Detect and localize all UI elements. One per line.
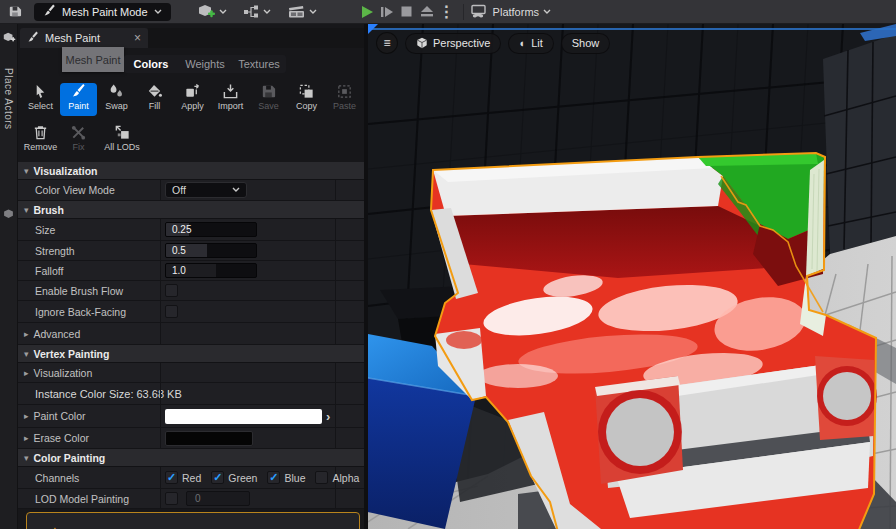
chevron-down-icon[interactable] bbox=[543, 9, 551, 15]
mesh-paint-brush-icon bbox=[43, 4, 56, 19]
fill-tool-button[interactable]: Fill bbox=[136, 83, 173, 116]
row-erase-color: ▸Erase Color bbox=[18, 428, 368, 449]
save-tool-button[interactable]: Save bbox=[250, 83, 287, 116]
tab-weights[interactable]: Weights bbox=[178, 58, 232, 70]
blueprints-button[interactable] bbox=[243, 4, 260, 19]
viewport-scene bbox=[368, 24, 896, 529]
chevron-down-icon bbox=[154, 9, 162, 15]
import-tool-button[interactable]: Import bbox=[212, 83, 249, 116]
level-viewport[interactable]: ≡ Perspective ◐ Lit Show bbox=[368, 24, 896, 529]
row-brush-strength: Strength 0.5 bbox=[18, 241, 368, 261]
row-lod-model-painting: LOD Model Painting 0 bbox=[18, 489, 368, 509]
save-all-icon[interactable] bbox=[7, 4, 22, 19]
brush-falloff-input[interactable]: 1.0 bbox=[165, 263, 257, 278]
paint-tool-button[interactable]: Paint bbox=[60, 83, 97, 116]
expanded-arrow-icon: ▾ bbox=[24, 166, 29, 176]
section-visualization[interactable]: ▾ Visualization bbox=[18, 162, 368, 180]
channel-green-checkbox[interactable]: ✓ bbox=[211, 471, 224, 484]
right-headlight bbox=[815, 356, 877, 440]
cinematics-button[interactable] bbox=[287, 4, 306, 19]
mesh-paint-panel: Mesh Paint × Mesh Paint Colors Weights T… bbox=[18, 24, 368, 529]
collapsed-arrow-icon: ▸ bbox=[24, 329, 29, 339]
tab-colors[interactable]: Colors bbox=[124, 58, 178, 70]
brush-strength-input[interactable]: 0.5 bbox=[165, 243, 257, 258]
play-options-dots-icon[interactable]: ⋮ bbox=[437, 3, 457, 21]
row-color-view-mode: Color View Mode Off bbox=[18, 180, 368, 201]
chevron-down-icon[interactable] bbox=[219, 9, 227, 15]
platforms-icon bbox=[470, 4, 488, 19]
add-actor-button[interactable] bbox=[197, 3, 216, 20]
copy-tool-button[interactable]: Copy bbox=[288, 83, 325, 116]
row-channels: Channels ✓Red ✓Green ✓Blue Alpha bbox=[18, 467, 368, 489]
chevron-down-icon[interactable] bbox=[263, 9, 271, 15]
tab-mesh-paint[interactable]: Mesh Paint × bbox=[20, 28, 148, 48]
left-headlight bbox=[595, 376, 683, 484]
swap-tool-button[interactable]: Swap bbox=[98, 83, 135, 116]
paint-mode-tabs: Colors Weights Textures bbox=[124, 55, 286, 73]
perspective-dropdown[interactable]: Perspective bbox=[405, 33, 501, 54]
row-advanced[interactable]: ▸Advanced bbox=[18, 323, 368, 345]
enable-brush-flow-checkbox[interactable] bbox=[165, 284, 178, 297]
brush-size-input[interactable]: 0.25 bbox=[165, 222, 257, 237]
channel-blue-checkbox[interactable]: ✓ bbox=[267, 471, 280, 484]
stop-button[interactable] bbox=[397, 3, 417, 21]
section-brush[interactable]: ▾ Brush bbox=[18, 201, 368, 219]
row-ignore-back-facing: Ignore Back-Facing bbox=[18, 301, 368, 323]
section-color-painting[interactable]: ▾ Color Painting bbox=[18, 449, 368, 467]
eject-button[interactable] bbox=[417, 3, 437, 21]
tool-grid: Select Paint Swap Fill Apply Import bbox=[22, 80, 364, 162]
viewport-toolbar: ≡ Perspective ◐ Lit Show bbox=[376, 32, 610, 54]
content-cube-icon[interactable] bbox=[2, 206, 15, 224]
channel-alpha-checkbox[interactable] bbox=[315, 471, 328, 484]
unreal-editor-window: Mesh Paint Mode ⋮ Plat bbox=[0, 0, 896, 529]
play-button[interactable] bbox=[357, 3, 377, 21]
section-vertex-painting[interactable]: ▾ Vertex Painting bbox=[18, 345, 368, 363]
chevron-down-icon bbox=[232, 187, 240, 193]
mode-chip[interactable]: Mesh Paint bbox=[62, 47, 124, 72]
left-sidebar-strip: Place Actors bbox=[0, 24, 18, 529]
row-instance-color-size: Instance Color Size: 63.68 KB bbox=[18, 383, 368, 405]
row-paint-color: ▸Paint Color › bbox=[18, 405, 368, 428]
viewport-focus-line bbox=[368, 28, 896, 30]
expanded-arrow-icon: ▾ bbox=[24, 205, 29, 215]
lod-index-input[interactable]: 0 bbox=[186, 491, 250, 506]
viewport-options-menu-icon[interactable]: ≡ bbox=[376, 32, 398, 54]
color-picker-arrow-icon[interactable]: › bbox=[326, 409, 330, 424]
perspective-cube-icon bbox=[416, 37, 428, 49]
place-actors-icon[interactable] bbox=[2, 30, 16, 48]
all-lods-tool-button[interactable]: All LODs bbox=[98, 124, 146, 157]
warning-banner: ⚠ Paint is applied to all LODs bbox=[26, 512, 360, 529]
ignore-back-facing-checkbox[interactable] bbox=[165, 305, 178, 318]
mode-selector-button[interactable]: Mesh Paint Mode bbox=[34, 3, 171, 21]
row-vertex-visualization[interactable]: ▸Visualization bbox=[18, 363, 368, 383]
row-brush-falloff: Falloff 1.0 bbox=[18, 261, 368, 281]
lod-model-painting-checkbox[interactable] bbox=[165, 492, 178, 505]
chevron-down-icon[interactable] bbox=[309, 9, 317, 15]
remove-tool-button[interactable]: Remove bbox=[22, 124, 59, 157]
lit-sphere-icon: ◐ bbox=[519, 37, 526, 49]
frame-skip-button[interactable] bbox=[377, 3, 397, 21]
mirror-red-smudge bbox=[446, 331, 482, 349]
tab-textures[interactable]: Textures bbox=[232, 58, 286, 70]
main-toolbar: Mesh Paint Mode ⋮ Plat bbox=[0, 0, 896, 24]
select-tool-button[interactable]: Select bbox=[22, 83, 59, 116]
expanded-arrow-icon: ▾ bbox=[24, 349, 29, 359]
place-actors-vertical-label[interactable]: Place Actors bbox=[3, 68, 14, 130]
fix-tool-button[interactable]: Fix bbox=[60, 124, 97, 157]
paste-tool-button[interactable]: Paste bbox=[326, 83, 363, 116]
tab-title: Mesh Paint bbox=[45, 32, 100, 44]
erase-color-swatch[interactable] bbox=[165, 431, 253, 446]
palette-brush-icon bbox=[27, 31, 39, 45]
lit-dropdown[interactable]: ◐ Lit bbox=[508, 33, 553, 54]
row-enable-brush-flow: Enable Brush Flow bbox=[18, 281, 368, 301]
apply-tool-button[interactable]: Apply bbox=[174, 83, 211, 116]
paint-color-swatch[interactable] bbox=[165, 409, 322, 424]
close-icon[interactable]: × bbox=[134, 32, 141, 44]
platforms-label[interactable]: Platforms bbox=[493, 6, 539, 18]
warning-triangle-icon: ⚠ bbox=[49, 525, 61, 529]
color-view-mode-dropdown[interactable]: Off bbox=[165, 182, 247, 198]
details-list: ▾ Visualization Color View Mode Off ▾ Br… bbox=[18, 162, 368, 509]
collapsed-arrow-icon: ▸ bbox=[24, 411, 29, 421]
channel-red-checkbox[interactable]: ✓ bbox=[165, 471, 178, 484]
show-dropdown[interactable]: Show bbox=[561, 33, 611, 54]
